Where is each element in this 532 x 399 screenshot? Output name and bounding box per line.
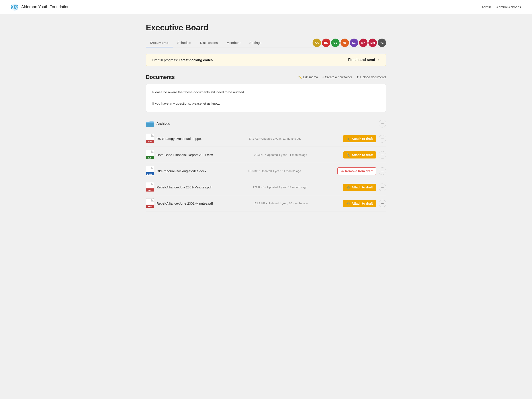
attach-to-draft-button[interactable]: 📎 Attach to draft (343, 200, 376, 207)
svg-point-3 (14, 6, 16, 8)
folder-name-area: Archived (146, 120, 170, 127)
admin-label: Admin (482, 5, 491, 9)
user-name: Admiral Ackbar (496, 5, 519, 9)
file-meta: 37.1 KB • Updated 1 year, 11 months ago (248, 137, 301, 140)
memo-box: Please be aware that these documents sti… (146, 84, 386, 112)
upload-icon: ⬆ (356, 75, 359, 79)
file-left-4: PDF Rebel-Alliance-June 2301-Minutes.pdf (146, 198, 213, 209)
file-list: PPTX DS-Strategy-Presentation.pptx37.1 K… (146, 131, 386, 211)
folder-archived: Archived ··· (146, 117, 386, 130)
more-dots-icon: ··· (381, 169, 384, 173)
file-more-button[interactable]: ··· (379, 184, 386, 191)
documents-header: Documents ✏️ Edit memo + Create a new fo… (146, 74, 386, 80)
svg-text:PPTX: PPTX (148, 141, 152, 143)
tab-documents[interactable]: Documents (146, 38, 173, 47)
file-name: DS-Strategy-Presentation.pptx (157, 137, 202, 140)
header-logo-area: Alderaan Youth Foundation (11, 3, 69, 11)
file-meta: 171.8 KB • Updated 1 year, 11 months ago (253, 185, 307, 189)
svg-text:PDF: PDF (148, 189, 152, 191)
tab-members[interactable]: Members (222, 38, 245, 47)
file-actions-1: 📎 Attach to draft··· (343, 151, 386, 159)
file-actions-4: 📎 Attach to draft··· (343, 200, 386, 207)
file-row: PDF Rebel-Alliance-July 2301-Minutes.pdf… (146, 180, 386, 195)
file-left-1: XLSX Hoth-Base-Financial-Report-2301.xls… (146, 150, 213, 160)
file-more-button[interactable]: ··· (379, 135, 386, 143)
svg-text:DOCX: DOCX (147, 173, 152, 175)
tab-nav: Documents Schedule Discussions Members S… (146, 38, 266, 47)
more-icon: ··· (381, 122, 384, 126)
tab-schedule[interactable]: Schedule (173, 38, 196, 47)
folder-name: Archived (157, 122, 170, 126)
file-row: DOCX Old-Imperial-Docking-Codes.docx65.3… (146, 163, 386, 179)
more-dots-icon: ··· (381, 185, 384, 189)
memo-line-2: If you have any questions, please let us… (152, 101, 380, 106)
file-name: Rebel-Alliance-June 2301-Minutes.pdf (157, 202, 213, 205)
draft-prefix: Draft in progress: (152, 58, 178, 62)
upload-documents-button[interactable]: ⬆ Upload documents (356, 75, 386, 79)
file-more-button[interactable]: ··· (379, 151, 386, 159)
file-name: Rebel-Alliance-July 2301-Minutes.pdf (157, 185, 211, 189)
clip-icon: 📎 (347, 153, 350, 157)
file-name: Old-Imperial-Docking-Codes.docx (157, 169, 206, 173)
create-folder-label: + Create a new folder (322, 75, 352, 79)
finish-send-button[interactable]: Finish and send → (348, 58, 380, 62)
file-type-icon: PDF (146, 182, 154, 192)
clip-icon: 📎 (347, 202, 350, 205)
attach-to-draft-button[interactable]: 📎 Attach to draft (343, 151, 376, 158)
attach-to-draft-button[interactable]: 📎 Attach to draft (343, 135, 376, 142)
file-row: PPTX DS-Strategy-Presentation.pptx37.1 K… (146, 131, 386, 147)
memo-line-1: Please be aware that these documents sti… (152, 89, 380, 95)
main-content: Executive Board Documents Schedule Discu… (135, 14, 397, 220)
member-avatar-4: LC (350, 38, 358, 47)
member-avatar-6: MM (368, 38, 377, 47)
edit-memo-label: Edit memo (303, 75, 318, 79)
folder-more-button[interactable]: ··· (379, 120, 386, 127)
member-avatar-5: MK (359, 38, 367, 47)
file-meta: 22.3 KB • Updated 1 year, 11 months ago (254, 153, 307, 157)
user-menu[interactable]: Admiral Ackbar ▾ (496, 5, 521, 9)
upload-label: Upload documents (360, 75, 386, 79)
file-type-icon: PPTX (146, 134, 154, 144)
draft-name: Latest docking codes (179, 58, 213, 62)
file-left-2: DOCX Old-Imperial-Docking-Codes.docx (146, 166, 206, 176)
create-folder-button[interactable]: + Create a new folder (322, 75, 352, 79)
file-meta: 171.8 KB • Updated 1 year, 10 months ago (253, 202, 308, 205)
attach-to-draft-button[interactable]: 📎 Attach to draft (343, 184, 376, 191)
file-more-button[interactable]: ··· (379, 167, 386, 175)
member-avatar-0: AA (313, 38, 321, 47)
tabs-row: Documents Schedule Discussions Members S… (146, 38, 386, 47)
tab-settings[interactable]: Settings (245, 38, 266, 47)
file-actions-2: ⊗ Remove from draft··· (337, 167, 386, 175)
logo-icon (11, 3, 19, 11)
more-dots-icon: ··· (381, 202, 384, 205)
file-name: Hoth-Base-Financial-Report-2301.xlsx (157, 153, 213, 157)
remove-from-draft-button[interactable]: ⊗ Remove from draft (337, 167, 376, 175)
pencil-icon: ✏️ (298, 75, 302, 79)
header-user-area: Admin Admiral Ackbar ▾ (482, 5, 521, 9)
member-avatar-3: HS (341, 38, 349, 47)
svg-text:PDF: PDF (148, 205, 152, 208)
page-title: Executive Board (146, 23, 386, 32)
org-name: Alderaan Youth Foundation (21, 5, 69, 9)
member-avatar-2: GE (331, 38, 340, 47)
clip-icon: 📎 (347, 185, 350, 189)
remove-circle-icon: ⊗ (341, 169, 344, 173)
svg-text:XLSX: XLSX (148, 157, 152, 159)
folder-icon (146, 120, 154, 127)
file-row: XLSX Hoth-Base-Financial-Report-2301.xls… (146, 147, 386, 163)
more-dots-icon: ··· (381, 153, 384, 157)
member-avatar-7: +1 (378, 38, 386, 47)
file-type-icon: PDF (146, 198, 154, 209)
edit-memo-button[interactable]: ✏️ Edit memo (298, 75, 318, 79)
draft-banner-text: Draft in progress: Latest docking codes (152, 58, 213, 62)
documents-title: Documents (146, 74, 175, 80)
clip-icon: 📎 (347, 137, 350, 140)
member-avatars: AABKGEHSLCMKMM+1 (313, 38, 386, 47)
chevron-down-icon: ▾ (519, 5, 521, 9)
file-more-button[interactable]: ··· (379, 200, 386, 207)
file-actions-3: 📎 Attach to draft··· (343, 184, 386, 191)
file-meta: 65.3 KB • Updated 1 year, 11 months ago (248, 169, 301, 173)
tab-discussions[interactable]: Discussions (196, 38, 222, 47)
file-left-3: PDF Rebel-Alliance-July 2301-Minutes.pdf (146, 182, 211, 192)
app-header: Alderaan Youth Foundation Admin Admiral … (0, 0, 532, 14)
